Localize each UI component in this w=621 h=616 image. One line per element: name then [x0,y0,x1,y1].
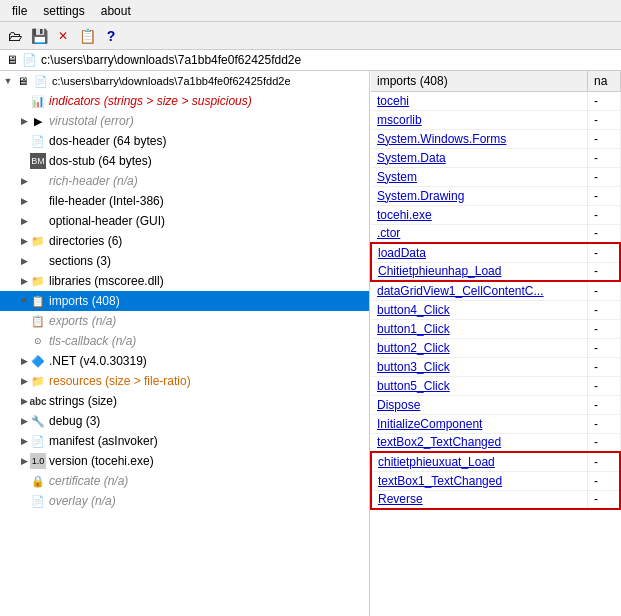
import-na-cell: - [588,91,620,110]
import-link[interactable]: textBox2_TextChanged [377,435,501,449]
split-pane: ▼ 🖥 📄 c:\users\barry\downloads\7a1bb4fe0… [0,71,621,616]
directories-icon: 📁 [30,233,46,249]
tree-label-indicators: indicators (strings > size > suspicious) [49,94,252,108]
tree-item-strings[interactable]: ▶ abc strings (size) [0,391,369,411]
tree-item-rich-header[interactable]: ▶ rich-header (n/a) [0,171,369,191]
import-link[interactable]: System.Data [377,151,446,165]
import-link[interactable]: textBox1_TextChanged [378,474,502,488]
import-link[interactable]: Dispose [377,398,420,412]
import-name-cell: Reverse [371,490,588,509]
table-row[interactable]: loadData- [371,243,620,262]
table-row[interactable]: System.Drawing- [371,186,620,205]
tree-item-dotnet[interactable]: ▶ 🔷 .NET (v4.0.30319) [0,351,369,371]
overlay-icon: 📄 [30,493,46,509]
import-link[interactable]: button3_Click [377,360,450,374]
expand-arrow-rich-header: ▶ [18,175,30,187]
tree-item-tls-callback[interactable]: ⊙ tls-callback (n/a) [0,331,369,351]
tree-item-sections[interactable]: ▶ sections (3) [0,251,369,271]
table-row[interactable]: mscorlib- [371,110,620,129]
tree-item-root[interactable]: ▼ 🖥 📄 c:\users\barry\downloads\7a1bb4fe0… [0,71,369,91]
import-link[interactable]: Reverse [378,492,423,506]
table-row[interactable]: textBox1_TextChanged- [371,471,620,490]
import-link[interactable]: .ctor [377,226,400,240]
expand-arrow-optional-header: ▶ [18,215,30,227]
table-row[interactable]: Dispose- [371,395,620,414]
tree-item-debug[interactable]: ▶ 🔧 debug (3) [0,411,369,431]
table-row[interactable]: InitializeComponent- [371,414,620,433]
table-row[interactable]: tocehi.exe- [371,205,620,224]
import-link[interactable]: System [377,170,417,184]
expand-arrow-dos-stub [18,155,30,167]
table-row[interactable]: Chitietphieunhap_Load- [371,262,620,281]
import-link[interactable]: System.Windows.Forms [377,132,506,146]
import-link[interactable]: tocehi.exe [377,208,432,222]
open-folder-button[interactable]: 🗁 [4,25,26,47]
table-row[interactable]: .ctor- [371,224,620,243]
tree-item-file-header[interactable]: ▶ file-header (Intel-386) [0,191,369,211]
import-na-cell: - [588,471,620,490]
tree-item-indicators[interactable]: 📊 indicators (strings > size > suspiciou… [0,91,369,111]
import-link[interactable]: chitietphieuxuat_Load [378,455,495,469]
import-link[interactable]: mscorlib [377,113,422,127]
import-link[interactable]: button2_Click [377,341,450,355]
table-row[interactable]: Reverse- [371,490,620,509]
tree-item-exports[interactable]: 📋 exports (n/a) [0,311,369,331]
expand-arrow-dos-header [18,135,30,147]
import-link[interactable]: loadData [378,246,426,260]
import-na-cell: - [588,224,620,243]
import-na-cell: - [588,205,620,224]
tls-callback-icon: ⊙ [30,333,46,349]
import-link[interactable]: button1_Click [377,322,450,336]
manifest-icon: 📄 [30,433,46,449]
menu-about[interactable]: about [93,2,139,20]
copy-button[interactable]: 📋 [76,25,98,47]
expand-arrow-file-header: ▶ [18,195,30,207]
tree-item-directories[interactable]: ▶ 📁 directories (6) [0,231,369,251]
table-row[interactable]: System- [371,167,620,186]
dos-header-icon: 📄 [30,133,46,149]
path-bar: 🖥 📄 c:\users\barry\downloads\7a1bb4fe0f6… [0,50,621,71]
table-row[interactable]: System.Data- [371,148,620,167]
table-row[interactable]: button1_Click- [371,319,620,338]
table-row[interactable]: button3_Click- [371,357,620,376]
tree-item-certificate[interactable]: 🔒 certificate (n/a) [0,471,369,491]
help-button[interactable]: ? [100,25,122,47]
import-link[interactable]: Chitietphieunhap_Load [378,264,501,278]
table-row[interactable]: button4_Click- [371,300,620,319]
table-row[interactable]: dataGridView1_CellContentC...- [371,281,620,300]
table-row[interactable]: tocehi- [371,91,620,110]
import-link[interactable]: button5_Click [377,379,450,393]
save-button[interactable]: 💾 [28,25,50,47]
import-link[interactable]: button4_Click [377,303,450,317]
table-row[interactable]: button5_Click- [371,376,620,395]
table-row[interactable]: button2_Click- [371,338,620,357]
import-na-cell: - [588,262,620,281]
tree-item-dos-header[interactable]: 📄 dos-header (64 bytes) [0,131,369,151]
table-row[interactable]: System.Windows.Forms- [371,129,620,148]
expand-arrow-libraries: ▶ [18,275,30,287]
tree-panel: ▼ 🖥 📄 c:\users\barry\downloads\7a1bb4fe0… [0,71,370,616]
tree-item-overlay[interactable]: 📄 overlay (n/a) [0,491,369,511]
import-link[interactable]: InitializeComponent [377,417,482,431]
expand-arrow-certificate [18,475,30,487]
tree-item-virustotal[interactable]: ▶ ▶ virustotal (error) [0,111,369,131]
tree-label-version: version (tocehi.exe) [49,454,154,468]
tree-item-optional-header[interactable]: ▶ optional-header (GUI) [0,211,369,231]
tree-item-dos-stub[interactable]: BM dos-stub (64 bytes) [0,151,369,171]
table-row[interactable]: textBox2_TextChanged- [371,433,620,452]
import-link[interactable]: tocehi [377,94,409,108]
expand-arrow-tls-callback [18,335,30,347]
table-row[interactable]: chitietphieuxuat_Load- [371,452,620,471]
menu-file[interactable]: file [4,2,35,20]
import-link[interactable]: System.Drawing [377,189,464,203]
expand-arrow-sections: ▶ [18,255,30,267]
tree-item-manifest[interactable]: ▶ 📄 manifest (asInvoker) [0,431,369,451]
close-button[interactable]: ✕ [52,25,74,47]
import-link[interactable]: dataGridView1_CellContentC... [377,284,544,298]
tree-item-version[interactable]: ▶ 1.0 version (tocehi.exe) [0,451,369,471]
tree-item-imports[interactable]: ▼ 📋 imports (408) [0,291,369,311]
tree-item-libraries[interactable]: ▶ 📁 libraries (mscoree.dll) [0,271,369,291]
expand-arrow-virustotal: ▶ [18,115,30,127]
tree-item-resources[interactable]: ▶ 📁 resources (size > file-ratio) [0,371,369,391]
menu-settings[interactable]: settings [35,2,92,20]
